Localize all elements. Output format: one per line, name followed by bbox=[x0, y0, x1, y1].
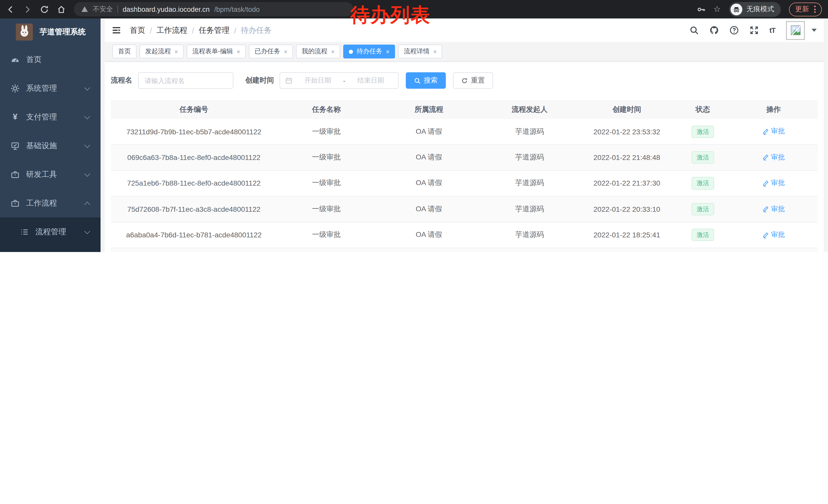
tab-start-process[interactable]: 发起流程× bbox=[139, 45, 184, 58]
incognito-label: 无痕模式 bbox=[746, 5, 774, 14]
sidebar-item-payment[interactable]: ¥ 支付管理 bbox=[0, 102, 100, 131]
tab-done-tasks[interactable]: 已办任务× bbox=[249, 45, 293, 58]
breadcrumb-workflow[interactable]: 工作流程 bbox=[157, 26, 187, 35]
table-row: a6aba0a4-7b6d-11ec-b781-acde48001122 一级审… bbox=[111, 222, 818, 248]
initiator: 芋道源码 bbox=[482, 204, 577, 214]
sidebar-item-system[interactable]: 系统管理 bbox=[0, 74, 100, 102]
close-icon[interactable]: × bbox=[331, 48, 334, 55]
tab-process-detail[interactable]: 流程详情× bbox=[398, 45, 443, 58]
avatar-caret-icon[interactable] bbox=[812, 29, 817, 32]
edit-icon bbox=[762, 154, 769, 161]
tab-label: 流程详情 bbox=[404, 47, 430, 56]
sidebar-item-label: 基础设施 bbox=[26, 141, 57, 150]
close-icon[interactable]: × bbox=[386, 48, 389, 55]
col-initiator: 流程发起人 bbox=[482, 105, 577, 114]
create-time-label: 创建时间 bbox=[245, 76, 274, 85]
back-icon[interactable] bbox=[6, 5, 15, 13]
address-divider bbox=[118, 6, 118, 13]
approve-link[interactable]: 审批 bbox=[762, 127, 785, 136]
url-path[interactable]: /bpm/task/todo bbox=[214, 5, 259, 13]
close-icon[interactable]: × bbox=[433, 48, 437, 55]
gear-icon bbox=[11, 84, 19, 93]
sidebar-item-devtools[interactable]: 研发工具 bbox=[0, 160, 100, 189]
password-key-icon[interactable] bbox=[696, 5, 705, 13]
process-name: OA 请假 bbox=[376, 179, 482, 188]
reload-icon[interactable] bbox=[40, 5, 49, 13]
approve-label: 审批 bbox=[771, 178, 785, 188]
tab-label: 待办任务 bbox=[357, 47, 382, 56]
created-at: 2022-01-22 23:53:32 bbox=[577, 127, 676, 136]
breadcrumb-current: 待办任务 bbox=[241, 26, 272, 35]
window-scrollbar[interactable] bbox=[824, 18, 828, 252]
sidebar-item-home[interactable]: 首页 bbox=[0, 45, 100, 74]
help-icon[interactable] bbox=[730, 26, 739, 35]
reset-button[interactable]: 重置 bbox=[453, 72, 493, 89]
edit-icon bbox=[762, 231, 769, 238]
process-name: OA 请假 bbox=[376, 153, 482, 162]
status-badge: 激活 bbox=[692, 229, 714, 241]
breadcrumb-home[interactable]: 首页 bbox=[130, 26, 145, 35]
sidebar-fold-icon[interactable] bbox=[112, 26, 121, 35]
process-name: OA 请假 bbox=[376, 204, 482, 214]
security-label[interactable]: 不安全 bbox=[93, 5, 113, 14]
created-at: 2022-01-22 21:37:30 bbox=[577, 179, 676, 187]
initiator: 芋道源码 bbox=[482, 179, 577, 188]
close-icon[interactable]: × bbox=[284, 48, 287, 55]
sidebar-scrollbar[interactable] bbox=[100, 18, 105, 252]
process-name-input[interactable] bbox=[138, 72, 234, 89]
avatar[interactable] bbox=[786, 21, 805, 40]
process-name: OA 请假 bbox=[376, 230, 482, 240]
breadcrumb-separator: / bbox=[234, 26, 236, 35]
yen-icon: ¥ bbox=[11, 112, 19, 121]
approve-link[interactable]: 审批 bbox=[762, 153, 785, 162]
update-label[interactable]: 更新 bbox=[795, 5, 809, 14]
end-date-placeholder: 结束日期 bbox=[348, 76, 393, 85]
sidebar-item-infrastructure[interactable]: 基础设施 bbox=[0, 131, 100, 160]
task-id: 75d72608-7b7f-11ec-a3c8-acde48001122 bbox=[111, 205, 277, 213]
approve-link[interactable]: 审批 bbox=[762, 230, 785, 239]
breadcrumb-task-mgmt[interactable]: 任务管理 bbox=[199, 26, 230, 35]
reset-button-label: 重置 bbox=[471, 76, 485, 85]
sidebar-item-label: 支付管理 bbox=[26, 112, 57, 122]
initiator: 芋道源码 bbox=[482, 153, 577, 162]
url-host[interactable]: dashboard.yudao.iocoder.cn bbox=[123, 5, 210, 13]
font-size-icon[interactable]: tT bbox=[770, 26, 775, 34]
edit-icon bbox=[762, 180, 769, 186]
sidebar-item-task-mgmt[interactable]: 任务管理 bbox=[0, 246, 100, 252]
fullscreen-icon[interactable] bbox=[749, 26, 759, 35]
dashboard-icon bbox=[11, 55, 19, 64]
approve-link[interactable]: 审批 bbox=[762, 204, 785, 214]
tab-form-edit[interactable]: 流程表单-编辑× bbox=[187, 45, 246, 58]
tab-home[interactable]: 首页 bbox=[112, 45, 136, 58]
chrome-menu-icon[interactable] bbox=[814, 6, 816, 13]
date-range-picker[interactable]: 开始日期 - 结束日期 bbox=[280, 72, 399, 89]
annotation-text: 待办列表 bbox=[350, 5, 430, 26]
close-icon[interactable]: × bbox=[174, 48, 178, 55]
app-logo-row[interactable]: 芋道管理系统 bbox=[0, 18, 100, 45]
forward-icon[interactable] bbox=[23, 5, 32, 13]
tab-my-process[interactable]: 我的流程× bbox=[296, 45, 340, 58]
approve-link[interactable]: 审批 bbox=[762, 178, 785, 188]
home-icon[interactable] bbox=[57, 5, 66, 13]
tab-todo-tasks[interactable]: 待办任务× bbox=[343, 45, 395, 58]
table-header: 任务编号 任务名称 所属流程 流程发起人 创建时间 状态 操作 bbox=[111, 100, 818, 119]
bookmark-star-icon[interactable]: ☆ bbox=[713, 5, 721, 13]
sidebar-item-process-mgmt[interactable]: 流程管理 bbox=[0, 217, 100, 246]
search-button[interactable]: 搜索 bbox=[406, 72, 446, 89]
sidebar-item-workflow[interactable]: 工作流程 bbox=[0, 189, 100, 217]
task-id: 069c6a63-7b8a-11ec-8ef0-acde48001122 bbox=[111, 153, 277, 162]
close-icon[interactable]: × bbox=[237, 48, 240, 55]
chevron-down-icon bbox=[84, 171, 90, 177]
search-icon[interactable] bbox=[690, 26, 699, 35]
github-icon[interactable] bbox=[709, 26, 719, 35]
process-name-label: 流程名 bbox=[111, 76, 132, 85]
briefcase-icon bbox=[11, 170, 19, 179]
chevron-down-icon bbox=[84, 142, 90, 148]
chevron-down-icon bbox=[84, 228, 90, 234]
filter-bar: 流程名 创建时间 开始日期 - 结束日期 搜索 重置 bbox=[111, 72, 824, 89]
start-date-placeholder: 开始日期 bbox=[295, 76, 340, 85]
address-bar[interactable]: 不安全 dashboard.yudao.iocoder.cn/bpm/task/… bbox=[74, 2, 354, 16]
update-button[interactable]: 更新 bbox=[789, 2, 822, 16]
col-task-name: 任务名称 bbox=[277, 105, 376, 114]
task-name: 一级审批 bbox=[277, 204, 376, 214]
